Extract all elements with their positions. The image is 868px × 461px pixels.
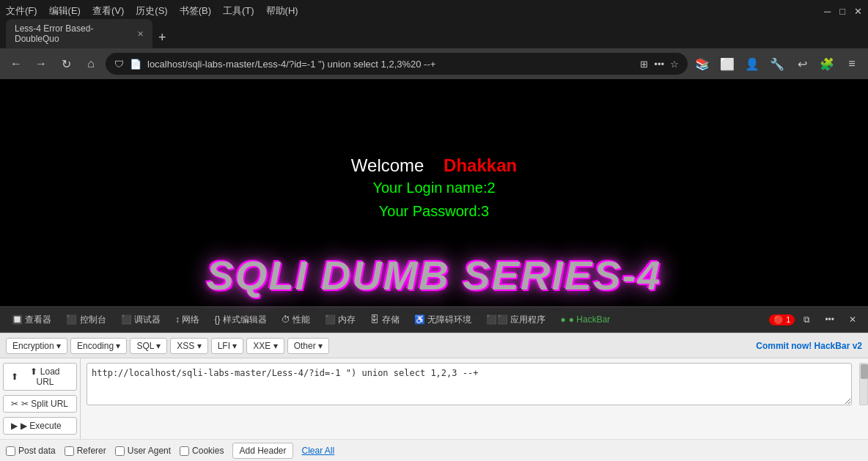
commit-text: Commit now! HackBar v2 [756, 341, 862, 351]
devtool-inspector[interactable]: 🔲 查看器 [6, 311, 57, 328]
devtool-console[interactable]: ⬛ 控制台 [60, 311, 111, 328]
scroll-thumb [861, 364, 868, 379]
window-controls: ─ □ ✕ [824, 6, 862, 17]
password-info: Your Password:3 [351, 199, 517, 223]
shield-icon: 🛡 [114, 59, 124, 70]
referer-label[interactable]: Referer [65, 446, 106, 456]
devtool-memory[interactable]: ⬛ 内存 [319, 311, 361, 328]
navigation-bar: ← → ↻ ⌂ 🛡 📄 ⊞ ••• ☆ 📚 ⬜ 👤 🔧 ↩ 🧩 ≡ [0, 48, 868, 79]
hackbar-menu-bar: Encryption ▾ Encoding ▾ SQL ▾ XSS ▾ LFI … [0, 333, 868, 358]
back-arrow-icon[interactable]: ↩ [792, 54, 812, 74]
sidebar-icon[interactable]: ⬜ [717, 54, 738, 74]
active-tab[interactable]: Less-4 Error Based- DoubleQuo ✕ [6, 19, 152, 48]
hackbar-xxe-menu[interactable]: XXE ▾ [246, 338, 284, 354]
devtool-storage[interactable]: 🗄 存储 [364, 311, 405, 328]
library-icon[interactable]: 📚 [692, 54, 713, 74]
devtools-right-controls: 🔴 1 ⧉ ••• ✕ [769, 312, 862, 327]
minimize-button[interactable]: ─ [824, 6, 831, 17]
hackbar-lfi-menu[interactable]: LFI ▾ [211, 338, 244, 354]
hackbar-sql-menu[interactable]: SQL ▾ [130, 338, 167, 354]
hackbar-main-area: ⬆ ⬆ Load URL ✂ ✂ Split URL ▶ ▶ Execute [0, 358, 868, 439]
load-url-icon: ⬆ [11, 372, 18, 382]
commit-link[interactable]: HackBar v2 [814, 341, 862, 351]
sqli-title-text: SQLI DUMB SERIES-4 [207, 252, 662, 298]
devtools-close[interactable]: ✕ [843, 312, 862, 327]
more-icon: ••• [654, 59, 664, 70]
address-bar[interactable]: 🛡 📄 ⊞ ••• ☆ [106, 53, 688, 75]
clear-all-button[interactable]: Clear All [302, 446, 335, 456]
devtools-toolbar: 🔲 查看器 ⬛ 控制台 ⬛ 调试器 ↕ 网络 {} 样式编辑器 ⏱ 性能 ⬛ 内… [0, 306, 868, 333]
menu-bar: 文件(F) 编辑(E) 查看(V) 历史(S) 书签(B) 工具(T) 帮助(H… [6, 4, 298, 18]
execute-icon: ▶ [11, 421, 18, 431]
grid-icon: ⊞ [640, 59, 648, 70]
menu-help[interactable]: 帮助(H) [266, 4, 298, 18]
user-agent-label[interactable]: User Agent [115, 446, 171, 456]
hackbar-url-area [81, 358, 868, 439]
login-name: Your Login name:2 [351, 176, 517, 199]
devtool-performance[interactable]: ⏱ 性能 [276, 311, 316, 328]
devtools-popup[interactable]: ⧉ [798, 312, 816, 327]
split-url-icon: ✂ [11, 399, 18, 409]
forward-button[interactable]: → [31, 54, 51, 74]
add-header-button[interactable]: Add Header [232, 443, 293, 459]
scrollbar[interactable] [859, 363, 868, 405]
sqli-title-section: SQLI DUMB SERIES-4 [0, 251, 868, 299]
sync-icon[interactable]: 👤 [742, 54, 762, 74]
user-agent-checkbox[interactable] [115, 446, 125, 456]
maximize-button[interactable]: □ [839, 6, 845, 17]
post-data-label[interactable]: Post data [6, 446, 56, 456]
hackbar-bottom-bar: Post data Referer User Agent Cookies Add… [0, 439, 868, 461]
tab-close-button[interactable]: ✕ [137, 29, 144, 39]
back-button[interactable]: ← [6, 54, 26, 74]
execute-button[interactable]: ▶ ▶ Execute [3, 417, 77, 435]
url-input[interactable] [147, 59, 634, 70]
home-button[interactable]: ⌂ [81, 54, 101, 74]
login-info: Your Login name:2 Your Password:3 [351, 176, 517, 223]
bookmark-icon: ☆ [670, 59, 679, 70]
devtool-style-editor[interactable]: {} 样式编辑器 [208, 311, 272, 328]
tab-bar: Less-4 Error Based- DoubleQuo ✕ + [0, 22, 868, 48]
devtools-more[interactable]: ••• [819, 312, 840, 327]
devtool-network[interactable]: ↕ 网络 [169, 311, 205, 328]
hackbar-panel: Encryption ▾ Encoding ▾ SQL ▾ XSS ▾ LFI … [0, 333, 868, 461]
devtool-accessibility[interactable]: ♿ 无障碍环境 [408, 311, 477, 328]
cookies-checkbox[interactable] [180, 446, 189, 456]
nav-right-icons: 📚 ⬜ 👤 🔧 ↩ 🧩 ≡ [692, 54, 862, 74]
devtool-debugger[interactable]: ⬛ 调试器 [115, 311, 166, 328]
hackbar-url-input[interactable] [87, 363, 852, 405]
welcome-text: Welcome Dhakkan [351, 155, 517, 175]
menu-bookmarks[interactable]: 书签(B) [180, 4, 211, 18]
menu-tools[interactable]: 工具(T) [223, 4, 254, 18]
tab-label: Less-4 Error Based- DoubleQuo [15, 23, 131, 44]
page-icon: 📄 [130, 59, 141, 70]
menu-view[interactable]: 查看(V) [92, 4, 124, 18]
page-content: Welcome Dhakkan Your Login name:2 Your P… [0, 79, 868, 306]
hackbar-xss-menu[interactable]: XSS ▾ [170, 338, 207, 354]
devtool-application[interactable]: ⬛⬛ 应用程序 [480, 311, 551, 328]
post-data-checkbox[interactable] [6, 446, 15, 456]
cookies-label[interactable]: Cookies [180, 446, 224, 456]
welcome-section: Welcome Dhakkan Your Login name:2 Your P… [351, 155, 517, 223]
hackbar-encryption-menu[interactable]: Encryption ▾ [6, 338, 67, 354]
menu-history[interactable]: 历史(S) [136, 4, 167, 18]
menu-file[interactable]: 文件(F) [6, 4, 37, 18]
reload-button[interactable]: ↻ [56, 54, 76, 74]
extensions-icon[interactable]: 🔧 [767, 54, 787, 74]
puzzle-icon[interactable]: 🧩 [817, 54, 837, 74]
new-tab-button[interactable]: + [152, 27, 172, 48]
hackbar-other-menu[interactable]: Other ▾ [287, 338, 329, 354]
hackbar-encoding-menu[interactable]: Encoding ▾ [70, 338, 127, 354]
referer-checkbox[interactable] [65, 446, 74, 456]
close-button[interactable]: ✕ [854, 6, 862, 17]
load-url-button[interactable]: ⬆ ⬆ Load URL [3, 363, 77, 391]
hackbar-tab[interactable]: ● ● HackBar [554, 312, 616, 327]
split-url-button[interactable]: ✂ ✂ Split URL [3, 395, 77, 413]
menu-edit[interactable]: 编辑(E) [49, 4, 81, 18]
error-badge[interactable]: 🔴 1 [769, 314, 795, 325]
hamburger-icon[interactable]: ≡ [842, 54, 862, 74]
hackbar-left-buttons: ⬆ ⬆ Load URL ✂ ✂ Split URL ▶ ▶ Execute [0, 358, 81, 439]
